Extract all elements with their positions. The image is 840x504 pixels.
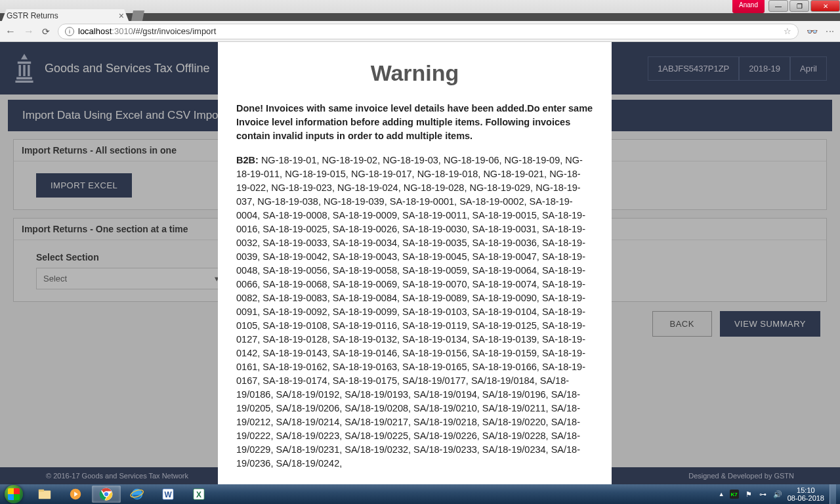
tray-antivirus-icon[interactable]: K7 xyxy=(730,490,739,499)
tray-clock[interactable]: 15:10 08-06-2018 xyxy=(788,486,824,502)
system-tray: ▲ K7 ⚑ ⊶ 🔊 15:10 08-06-2018 xyxy=(719,484,840,504)
modal-invoices: NG-18-19-01, NG-18-19-02, NG-18-19-03, N… xyxy=(236,155,585,469)
start-button[interactable] xyxy=(0,484,28,504)
site-info-icon[interactable]: i xyxy=(65,27,74,36)
show-desktop-button[interactable] xyxy=(830,484,836,504)
url-host: localhost xyxy=(78,26,112,36)
nav-back-button[interactable]: ← xyxy=(5,26,16,37)
new-tab-button[interactable] xyxy=(131,10,144,21)
browser-menu-button[interactable]: ⋮ xyxy=(826,28,835,35)
svg-text:X: X xyxy=(196,490,201,499)
window-close-button[interactable]: ✕ xyxy=(810,0,840,12)
svg-rect-0 xyxy=(39,491,51,499)
modal-invoice-list: B2B: NG-18-19-01, NG-18-19-02, NG-18-19-… xyxy=(236,154,593,471)
bookmark-star-icon[interactable]: ☆ xyxy=(784,26,791,36)
browser-toolbar: ← → ⟳ i localhost:3010/#/gstr/invoices/i… xyxy=(0,21,840,42)
incognito-icon[interactable]: 👓 xyxy=(807,26,818,37)
window-maximize-button[interactable]: ❐ xyxy=(789,0,809,12)
taskbar-chrome[interactable] xyxy=(92,486,121,503)
taskbar-excel[interactable]: X xyxy=(184,486,213,503)
url-port: :3010 xyxy=(112,26,133,36)
tray-network-icon[interactable]: ⊶ xyxy=(759,490,768,499)
taskbar-word[interactable]: W xyxy=(154,486,182,503)
tray-overflow-icon[interactable]: ▲ xyxy=(719,491,724,497)
svg-text:W: W xyxy=(164,490,172,499)
reload-button[interactable]: ⟳ xyxy=(42,26,50,37)
modal-section-label: B2B: xyxy=(236,155,261,165)
taskbar-mediaplayer[interactable] xyxy=(61,486,90,503)
windows-logo-icon xyxy=(5,485,23,503)
tab-title: GSTR Returns xyxy=(7,11,58,20)
tray-action-icon[interactable]: ⚑ xyxy=(744,490,753,499)
clock-time: 15:10 xyxy=(788,486,824,494)
windows-taskbar: W X ▲ K7 ⚑ ⊶ 🔊 15:10 08-06-2018 xyxy=(0,484,840,504)
window-titlebar: Anand — ❐ ✕ xyxy=(0,0,840,13)
url-path: /#/gstr/invoices/import xyxy=(133,26,216,36)
taskbar-ie[interactable] xyxy=(123,486,152,503)
browser-tab[interactable]: GSTR Returns × xyxy=(1,9,129,22)
clock-date: 08-06-2018 xyxy=(788,494,824,502)
svg-rect-1 xyxy=(39,490,44,492)
tray-volume-icon[interactable]: 🔊 xyxy=(773,490,782,499)
nav-forward-button[interactable]: → xyxy=(24,26,34,37)
modal-title: Warning xyxy=(236,60,593,86)
tab-close-icon[interactable]: × xyxy=(119,10,124,21)
modal-message: Done! Invoices with same invoice level d… xyxy=(236,102,593,143)
warning-modal: Warning Done! Invoices with same invoice… xyxy=(218,42,612,484)
taskbar-explorer[interactable] xyxy=(30,486,59,503)
window-minimize-button[interactable]: — xyxy=(768,0,788,12)
address-bar[interactable]: i localhost:3010/#/gstr/invoices/import … xyxy=(58,24,799,39)
os-user-badge: Anand xyxy=(732,0,765,13)
browser-tabstrip: GSTR Returns × xyxy=(0,13,840,21)
